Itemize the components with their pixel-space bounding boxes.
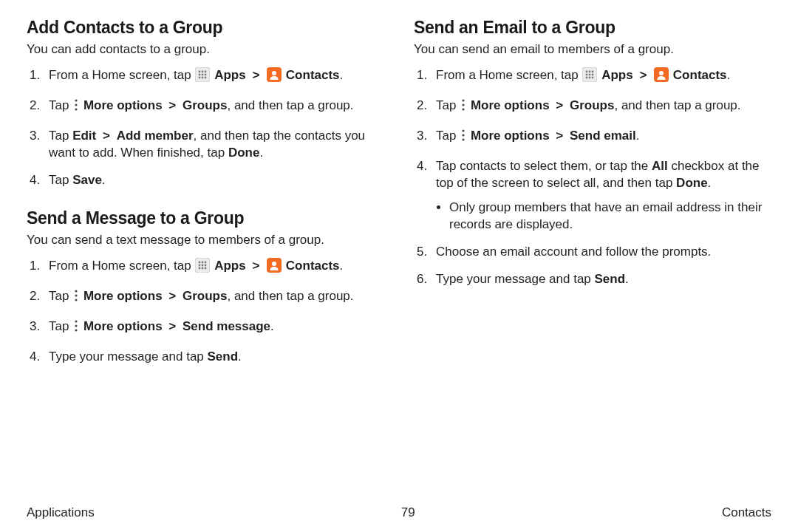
svg-point-40 bbox=[586, 77, 588, 79]
step-text: Tap bbox=[49, 129, 72, 143]
label-more-options: More options bbox=[83, 98, 163, 112]
svg-point-41 bbox=[589, 77, 591, 79]
step-text: Tap bbox=[436, 98, 460, 112]
svg-point-6 bbox=[205, 74, 207, 76]
step-item: Type your message and tap Send. bbox=[414, 271, 771, 288]
step-item: From a Home screen, tap Apps > Contacts. bbox=[27, 67, 384, 87]
chevron-separator: > bbox=[553, 129, 566, 143]
svg-point-44 bbox=[659, 71, 664, 75]
step-text: Tap contacts to select them, or tap the bbox=[436, 159, 652, 173]
step-item: Tap More options > Groups, and then tap … bbox=[27, 98, 384, 117]
svg-point-1 bbox=[199, 71, 201, 73]
svg-point-46 bbox=[463, 103, 465, 106]
step-text: Tap bbox=[49, 319, 72, 333]
chevron-separator: > bbox=[249, 259, 262, 273]
step-item: Choose an email account and follow the p… bbox=[414, 244, 771, 261]
chevron-separator: > bbox=[166, 319, 179, 333]
more-options-icon bbox=[73, 288, 79, 308]
section-title-send-email: Send an Email to a Group bbox=[414, 18, 771, 38]
step-item: From a Home screen, tap Apps > Contacts. bbox=[414, 67, 771, 87]
label-contacts: Contacts bbox=[286, 68, 340, 82]
step-item: Tap Save. bbox=[27, 172, 384, 189]
svg-point-39 bbox=[592, 74, 594, 76]
label-send-email: Send email bbox=[570, 129, 636, 143]
svg-point-12 bbox=[75, 99, 78, 101]
svg-point-9 bbox=[205, 77, 207, 79]
intro-text: You can add contacts to a group. bbox=[27, 42, 384, 57]
step-text: Tap bbox=[49, 289, 72, 303]
step-text: From a Home screen, tap bbox=[436, 68, 582, 82]
svg-point-34 bbox=[586, 71, 588, 73]
svg-point-3 bbox=[205, 71, 207, 73]
svg-point-37 bbox=[586, 74, 588, 76]
step-text: Type your message and tap bbox=[436, 272, 595, 286]
label-send: Send bbox=[595, 272, 626, 286]
step-text: From a Home screen, tap bbox=[49, 68, 194, 82]
label-more-options: More options bbox=[471, 129, 550, 143]
step-item: Tap Edit > Add member, and then tap the … bbox=[27, 128, 384, 162]
step-item: Type your message and tap Send. bbox=[27, 349, 384, 366]
chevron-separator: > bbox=[636, 68, 649, 82]
label-more-options: More options bbox=[83, 289, 163, 303]
svg-point-42 bbox=[592, 77, 594, 79]
step-text: , and then tap a group. bbox=[227, 289, 353, 303]
more-options-icon bbox=[460, 98, 466, 117]
svg-point-28 bbox=[75, 294, 78, 296]
step-text-end: . bbox=[340, 68, 344, 82]
step-text-end: . bbox=[625, 272, 629, 286]
label-groups: Groups bbox=[183, 98, 227, 112]
label-contacts: Contacts bbox=[286, 259, 340, 273]
step-text-end: . bbox=[340, 259, 344, 273]
right-column: Send an Email to a Group You can send an… bbox=[414, 18, 771, 498]
label-done: Done bbox=[228, 146, 260, 160]
label-send-message: Send message bbox=[183, 319, 270, 333]
step-text: From a Home screen, tap bbox=[49, 259, 194, 273]
svg-point-18 bbox=[205, 261, 207, 263]
step-text-end: . bbox=[259, 146, 263, 160]
svg-point-45 bbox=[463, 99, 465, 101]
step-item: From a Home screen, tap Apps > Contacts. bbox=[27, 258, 384, 278]
step-text-end: . bbox=[270, 319, 274, 333]
left-column: Add Contacts to a Group You can add cont… bbox=[27, 18, 384, 498]
sub-bullet-list: Only group members that have an email ad… bbox=[436, 200, 771, 233]
step-item: Tap More options > Groups, and then tap … bbox=[27, 288, 384, 308]
label-more-options: More options bbox=[471, 98, 550, 112]
step-text: , and then tap a group. bbox=[227, 98, 353, 112]
intro-text: You can send an email to members of a gr… bbox=[414, 42, 771, 57]
step-text-end: . bbox=[727, 68, 731, 82]
footer-right: Contacts bbox=[722, 505, 771, 520]
svg-point-24 bbox=[205, 267, 207, 269]
apps-grid-icon bbox=[195, 67, 210, 87]
svg-point-36 bbox=[592, 71, 594, 73]
svg-point-27 bbox=[75, 290, 78, 292]
step-item: Tap contacts to select them, or tap the … bbox=[414, 158, 771, 233]
step-text: , and then tap a group. bbox=[614, 98, 740, 112]
footer-left: Applications bbox=[27, 505, 95, 520]
contacts-icon bbox=[267, 258, 282, 278]
svg-point-23 bbox=[202, 267, 204, 269]
step-text: Tap bbox=[49, 173, 72, 187]
more-options-icon bbox=[460, 128, 466, 148]
step-text-end: . bbox=[238, 349, 242, 364]
steps-add-contacts: From a Home screen, tap Apps > Contacts.… bbox=[27, 67, 384, 189]
chevron-separator: > bbox=[100, 129, 113, 143]
step-text: , and then tap the contacts you want to … bbox=[49, 129, 365, 160]
apps-grid-icon bbox=[582, 67, 597, 87]
chevron-separator: > bbox=[249, 68, 262, 82]
svg-point-4 bbox=[199, 74, 201, 76]
step-text: Tap bbox=[49, 98, 72, 112]
step-item: Tap More options > Send message. bbox=[27, 318, 384, 338]
svg-point-20 bbox=[202, 264, 204, 266]
label-save: Save bbox=[72, 173, 102, 187]
label-apps: Apps bbox=[214, 259, 246, 273]
svg-point-35 bbox=[589, 71, 591, 73]
label-send: Send bbox=[208, 349, 239, 364]
svg-point-22 bbox=[199, 267, 201, 269]
svg-point-32 bbox=[75, 329, 78, 331]
chevron-separator: > bbox=[553, 98, 566, 112]
more-options-icon bbox=[73, 98, 79, 117]
svg-point-19 bbox=[199, 264, 201, 266]
label-apps: Apps bbox=[214, 68, 246, 82]
step-text: Type your message and tap bbox=[49, 349, 208, 364]
svg-point-47 bbox=[463, 108, 465, 110]
